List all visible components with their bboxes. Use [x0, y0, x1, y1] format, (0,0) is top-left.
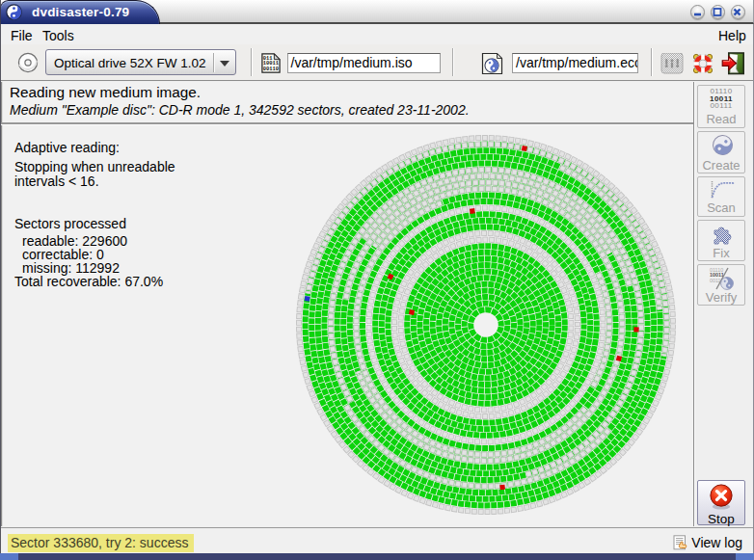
- svg-text:00110: 00110: [263, 67, 279, 72]
